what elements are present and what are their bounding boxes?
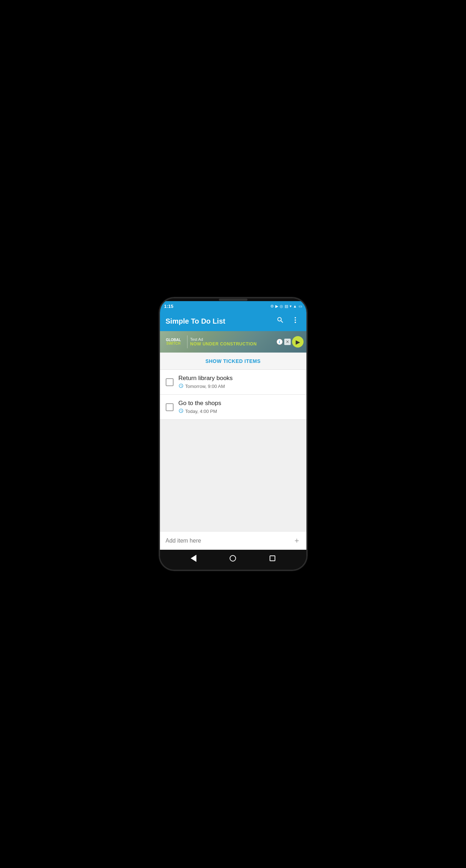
alarm-icon-2 <box>179 408 184 414</box>
add-item-footer: + <box>160 531 306 550</box>
todo-item[interactable]: Return library books Tomorrow, 9:00 AM <box>160 370 306 395</box>
recents-button[interactable] <box>270 555 275 561</box>
todo-time-text-1: Tomorrow, 9:00 AM <box>185 384 225 389</box>
status-icons: ⚙ ▶ ◎ ▤ ▾ ▲ ▭ <box>270 304 302 309</box>
status-bar: 1:15 ⚙ ▶ ◎ ▤ ▾ ▲ ▭ <box>160 301 306 311</box>
bottom-nav <box>160 550 306 567</box>
todo-title-1: Return library books <box>179 375 301 382</box>
todo-item-2[interactable]: Go to the shops Today, 4:00 PM <box>160 395 306 420</box>
ad-info-button[interactable]: i <box>276 339 283 345</box>
signal-icon: ▲ <box>293 304 297 308</box>
ad-content: GLOBAL SWITCH Test Ad NOW UNDER CONSTRUC… <box>160 335 306 348</box>
app-bar: Simple To Do List <box>160 311 306 331</box>
ad-text-block: Test Ad NOW UNDER CONSTRUCTION <box>190 337 274 346</box>
show-ticked-button[interactable]: SHOW TICKED ITEMS <box>160 353 306 370</box>
phone-bottom-bar <box>160 567 306 570</box>
home-button[interactable] <box>230 555 236 562</box>
clipboard-icon: ▤ <box>285 304 288 309</box>
app-title: Simple To Do List <box>166 317 271 325</box>
todo-time-1: Tomorrow, 9:00 AM <box>179 383 301 389</box>
settings-icon: ⚙ <box>270 304 274 309</box>
todo-checkbox-2[interactable] <box>166 403 174 411</box>
show-ticked-label: SHOW TICKED ITEMS <box>205 358 261 364</box>
phone-frame: 1:15 ⚙ ▶ ◎ ▤ ▾ ▲ ▭ Simple To Do List <box>160 298 306 570</box>
svg-point-1 <box>295 319 296 321</box>
todo-text-2: Go to the shops Today, 4:00 PM <box>179 400 301 414</box>
ad-logo: GLOBAL SWITCH <box>163 338 184 345</box>
back-button[interactable] <box>191 555 196 562</box>
todo-text-1: Return library books Tomorrow, 9:00 AM <box>179 375 301 389</box>
status-time: 1:15 <box>164 304 174 309</box>
phone-notch <box>219 299 247 301</box>
svg-point-0 <box>295 317 296 319</box>
todo-checkbox-1[interactable] <box>166 378 174 386</box>
ad-logo-sub: SWITCH <box>166 342 180 345</box>
ad-headline: NOW UNDER CONSTRUCTION <box>190 341 274 346</box>
alarm-icon-1 <box>179 383 184 389</box>
search-button[interactable] <box>275 315 286 328</box>
add-item-button[interactable]: + <box>293 535 301 547</box>
todo-list: Return library books Tomorrow, 9:00 AM <box>160 370 306 420</box>
phone-top-bar <box>160 298 306 301</box>
ad-arrow-button[interactable]: ▶ <box>292 336 304 348</box>
main-content: SHOW TICKED ITEMS Return library books T… <box>160 353 306 550</box>
ad-close-button[interactable]: ✕ <box>284 339 291 345</box>
back-icon <box>191 555 196 562</box>
home-icon <box>230 555 236 562</box>
battery-icon: ▭ <box>299 304 302 309</box>
ad-divider <box>187 335 187 348</box>
todo-time-2: Today, 4:00 PM <box>179 408 301 414</box>
more-options-button[interactable] <box>290 315 301 328</box>
play-icon: ▶ <box>275 304 278 309</box>
ad-right: i ✕ ▶ <box>276 336 304 348</box>
at-icon: ◎ <box>280 304 283 309</box>
wifi-icon: ▾ <box>290 304 292 309</box>
ad-test-label: Test Ad <box>190 337 274 341</box>
svg-point-2 <box>295 322 296 323</box>
todo-time-text-2: Today, 4:00 PM <box>185 409 217 414</box>
todo-title-2: Go to the shops <box>179 400 301 407</box>
ad-banner: GLOBAL SWITCH Test Ad NOW UNDER CONSTRUC… <box>160 331 306 353</box>
recents-icon <box>270 555 275 561</box>
empty-area <box>160 420 306 531</box>
add-item-input[interactable] <box>166 538 290 544</box>
